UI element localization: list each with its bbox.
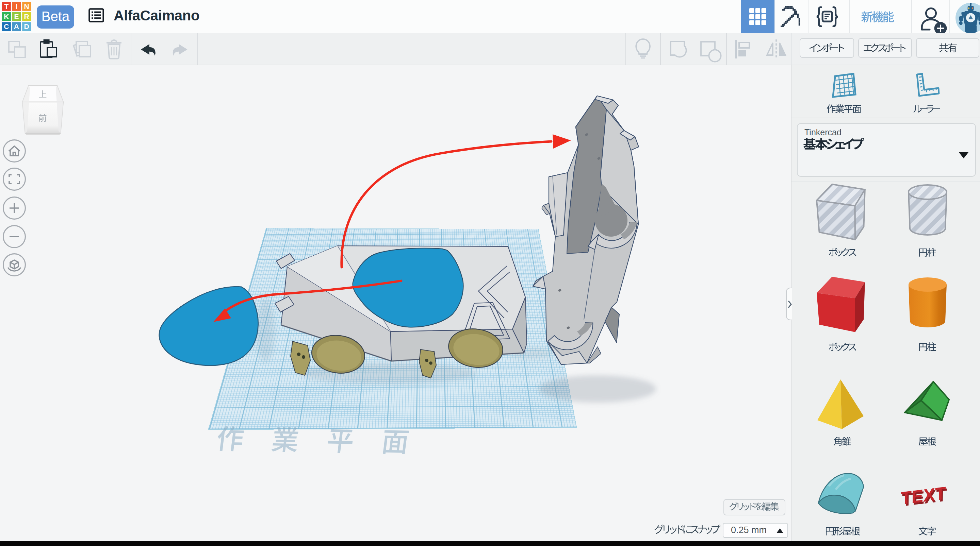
- svg-text:A: A: [14, 22, 19, 30]
- svg-text:E: E: [14, 12, 19, 20]
- svg-text:I: I: [15, 2, 18, 10]
- svg-text:D: D: [24, 22, 29, 30]
- svg-text:R: R: [24, 12, 29, 20]
- svg-text:N: N: [24, 2, 29, 10]
- svg-text:K: K: [4, 12, 9, 20]
- svg-text:T: T: [4, 2, 8, 10]
- svg-text:C: C: [4, 22, 9, 30]
